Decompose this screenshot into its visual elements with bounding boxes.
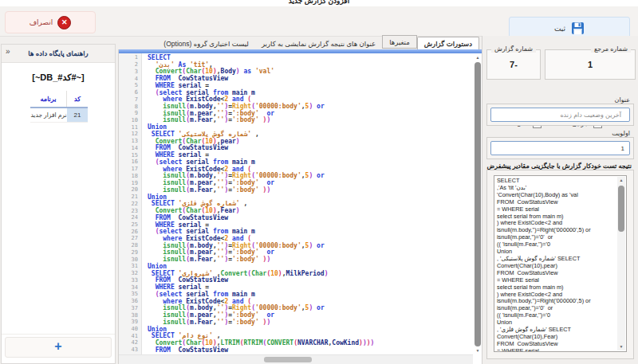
preview-line: isnull(m.Fear,'')='0' )) <box>497 241 616 249</box>
code-line: 14 FROM CowStatusView <box>119 145 473 152</box>
tab-variables[interactable]: متغیرها <box>382 35 417 49</box>
tab-report-commands[interactable]: دستورات گزارش <box>417 37 479 49</box>
code-line: 1SELECT <box>119 54 473 61</box>
line-number: 26 <box>119 229 141 235</box>
line-number: 2 <box>119 61 141 68</box>
line-number: 12 <box>119 131 141 137</box>
scroll-down-icon[interactable]: ▼ <box>474 347 482 354</box>
code-line: 26 (select serial from main m <box>119 228 473 235</box>
code-line: 19 isnull(m.pear,'')=':body' or <box>119 179 473 186</box>
editor-horizontal-scrollbar[interactable] <box>119 354 473 364</box>
preview-lines: SELECT 'بدن' As 'tit', Convert(Char(10),… <box>497 178 616 352</box>
cancel-label: انصراف <box>30 18 53 26</box>
db-code-placeholder[interactable]: [~DB_#کد#~] <box>2 72 115 83</box>
line-number: 10 <box>119 117 141 123</box>
preview-scroll-down-icon[interactable]: ▼ <box>617 343 625 350</box>
code-line: 35 (select serial from main m <box>119 291 473 298</box>
cancel-x-icon: ✕ <box>57 16 71 29</box>
code-line: 43 FROM CowStatusView <box>119 346 473 354</box>
line-number: 34 <box>119 284 141 291</box>
line-number: 19 <box>119 180 141 186</box>
line-number: 6 <box>119 89 141 96</box>
table-row[interactable]: 21 نرم افزار جدید <box>30 108 88 123</box>
hscroll-thumb[interactable] <box>264 357 312 362</box>
preview-line: WHERE serial = <box>497 348 616 352</box>
line-number: 37 <box>119 305 141 311</box>
sidebar-title: راهنمای پایگاه داده ها <box>28 49 88 57</box>
code-line: 4 FROM CowStatusView <box>119 75 473 82</box>
line-number: 40 <box>119 326 141 332</box>
column-header-program[interactable]: برنامه <box>30 91 66 107</box>
code-line: 11Union <box>119 123 473 131</box>
code-line: 18 isnull(m.body,'')=Right('00000:body',… <box>119 172 473 179</box>
vscroll-thumb[interactable] <box>475 62 481 346</box>
preview-scroll-up-icon[interactable]: ▲ <box>617 177 625 184</box>
code-line: 42 Convert(Char(10),LTRIM(RTRIM(CONVERT(… <box>119 339 473 346</box>
priority-input[interactable]: 1 <box>490 141 630 155</box>
code-line: 30 isnull(m.Fear,'')=':body' )) <box>119 256 473 263</box>
line-number: 7 <box>119 96 141 103</box>
line-number: 16 <box>119 159 141 165</box>
line-number: 20 <box>119 186 141 193</box>
cell-code[interactable]: 21 <box>67 108 88 122</box>
tab-group-options[interactable]: لیست اختیاری گروه (Options) <box>157 37 255 49</box>
line-number: 27 <box>119 235 141 241</box>
editor-top-bar <box>119 49 482 53</box>
editor-vertical-scrollbar[interactable]: ▲ ▼ <box>474 54 482 354</box>
code-line: 40Union <box>119 326 473 333</box>
table-header-row: کد برنامه <box>30 91 88 108</box>
code-line: 23 Convert(Char(10),Fear) <box>119 207 473 214</box>
code-line: 41 SELECT 'نوع دام' , <box>119 332 473 339</box>
line-number: 30 <box>119 256 141 263</box>
line-number: 18 <box>119 173 141 179</box>
code-line: 29 isnull(m.pear,'')=':body' or <box>119 249 473 256</box>
code-line: 22 SELECT 'شماره گوش فلزی' , <box>119 200 473 207</box>
line-number: 38 <box>119 312 141 319</box>
line-number: 31 <box>119 263 141 269</box>
preview-group: SELECT 'بدن' As 'tit', Convert(Char(10),… <box>486 170 634 359</box>
database-guide-panel: « راهنمای پایگاه داده ها [~DB_#کد#~] کد … <box>1 44 116 364</box>
scroll-up-icon[interactable]: ▲ <box>474 54 482 61</box>
code-line: 8 isnull(m.body,'')=Right('00000:body',5… <box>119 103 473 110</box>
column-header-code[interactable]: کد <box>66 91 88 107</box>
line-number: 24 <box>119 214 141 221</box>
save-label: ثبت <box>554 25 565 33</box>
line-number: 14 <box>119 145 141 151</box>
code-line: 27 where ExistCode<2 and ( <box>119 235 473 242</box>
preview-textarea[interactable]: SELECT 'بدن' As 'tit', Convert(Char(10),… <box>494 175 627 352</box>
code-line: 15 WHERE serial = <box>119 151 473 159</box>
preview-scroll-thumb[interactable] <box>618 186 624 232</box>
cell-program[interactable]: نرم افزار جدید <box>30 108 67 122</box>
code-line: 38 isnull(m.pear,'')=':body' or <box>119 311 473 319</box>
code-line: 3 Convert(Char(10),Body) as 'val' <box>119 68 473 75</box>
line-number: 36 <box>119 298 141 304</box>
cancel-button[interactable]: ✕ انصراف <box>5 11 96 33</box>
code-line: 34 WHERE serial = <box>119 284 473 291</box>
title-field-group: آخرین وضعیت دام زنده <box>486 104 634 126</box>
window-title: افزودن گزارش جدید <box>0 0 638 5</box>
tab-result-titles[interactable]: عنوان های نتیجه گزارش نمایشی به کاربر <box>255 37 382 49</box>
line-number: 4 <box>119 76 141 82</box>
code-line: 10 isnull(m.Fear,'')=':body' )) <box>119 117 473 124</box>
line-number: 9 <box>119 110 141 116</box>
title-input[interactable]: آخرین وضعیت دام زنده <box>490 108 630 122</box>
line-number: 11 <box>119 124 141 131</box>
toolbar: ✕ انصراف ثبت <box>0 6 638 37</box>
add-row-button[interactable]: + <box>5 337 112 358</box>
title-input-value: آخرین وضعیت دام زنده <box>491 112 629 119</box>
sidebar-divider <box>2 334 115 335</box>
line-number: 1 <box>119 54 141 61</box>
code-line: 16 (select serial from main m <box>119 159 473 166</box>
code-line: 39 isnull(m.Fear,'')=':body' )) <box>119 319 473 326</box>
line-number: 43 <box>119 346 141 353</box>
sql-editor[interactable]: 1SELECT2 'بدن' As 'tit',3 Convert(Char(1… <box>118 49 482 364</box>
preview-scrollbar[interactable]: ▲ ▼ <box>617 177 625 350</box>
code-line: 33 FROM CowStatusView <box>119 277 473 284</box>
report-number-value: -7 <box>487 50 540 79</box>
preview-label: نتیجه تست خودکار گزارش با جایگزینی مقادی… <box>487 162 632 170</box>
line-number: 28 <box>119 242 141 249</box>
tab-strip: دستورات گزارش متغیرها عنوان های نتیجه گز… <box>157 36 479 49</box>
collapse-icon[interactable]: « <box>6 47 10 56</box>
line-number: 39 <box>119 319 141 325</box>
line-number: 5 <box>119 82 141 88</box>
